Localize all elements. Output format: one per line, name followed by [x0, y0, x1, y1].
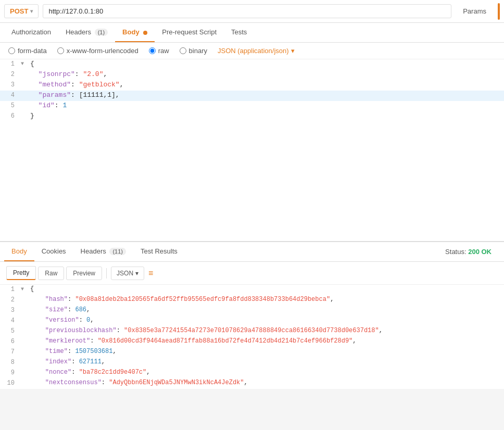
line-number: 9: [0, 369, 21, 376]
line-number: 3: [0, 81, 21, 88]
request-code-editor[interactable]: 1▼{2 "jsonrpc": "2.0",3 "method": "getbl…: [0, 59, 504, 242]
code-line: 2 "hash": "0x08a81deb2ba120565fa6df52ffb…: [0, 295, 504, 306]
code-line: 10 "nextconsensus": "AdyQbbn6ENjqWDa5JNY…: [0, 378, 504, 389]
pretty-button[interactable]: Pretty: [6, 266, 36, 280]
response-tab-body[interactable]: Body: [4, 242, 34, 261]
response-tab-testresults[interactable]: Test Results: [133, 242, 185, 261]
response-section: Body Cookies Headers (11) Test Results S…: [0, 242, 504, 389]
line-number: 5: [0, 327, 21, 335]
line-arrow: [21, 91, 29, 92]
line-arrow: [21, 112, 29, 113]
url-bar: POST ▾ Params: [0, 0, 504, 23]
headers-badge: (1): [95, 29, 108, 36]
response-tab-headers[interactable]: Headers (11): [73, 242, 133, 261]
form-data-radio[interactable]: [8, 47, 15, 54]
line-arrow: [21, 358, 29, 359]
line-arrow: ▼: [21, 60, 29, 67]
url-input[interactable]: [43, 4, 451, 18]
line-content: {: [29, 60, 504, 68]
line-content: {: [29, 285, 504, 293]
binary-radio[interactable]: [180, 47, 186, 54]
line-content: "version": 0,: [29, 317, 504, 324]
line-number: 5: [0, 102, 21, 109]
line-content: "method": "getblock",: [29, 81, 504, 88]
line-arrow: [21, 369, 29, 370]
line-arrow: [21, 337, 29, 338]
preview-button[interactable]: Preview: [66, 267, 102, 280]
body-dot-indicator: [143, 31, 147, 35]
code-line: 8 "index": 627111,: [0, 358, 504, 368]
response-code-editor[interactable]: 1▼{2 "hash": "0x08a81deb2ba120565fa6df52…: [0, 285, 504, 389]
code-line: 4 "params": [11111,1],: [0, 91, 504, 101]
method-label: POST: [10, 7, 28, 15]
json-type-chevron-icon: ▾: [291, 47, 295, 55]
line-arrow: [21, 317, 29, 318]
line-arrow: [21, 102, 29, 103]
line-content: "id": 1: [29, 102, 504, 109]
line-arrow: [21, 348, 29, 349]
line-number: 4: [0, 317, 21, 324]
tab-tests[interactable]: Tests: [224, 23, 254, 42]
wrap-icon[interactable]: ≡: [148, 269, 153, 278]
raw-radio[interactable]: [149, 47, 156, 54]
line-number: 2: [0, 70, 21, 78]
line-content: "nonce": "ba78c2c1dd9e407c",: [29, 369, 504, 376]
code-line: 3 "size": 686,: [0, 306, 504, 316]
response-status: Status: 200 OK: [437, 248, 500, 256]
line-content: "params": [11111,1],: [29, 91, 504, 99]
json-selector-button[interactable]: JSON ▾: [111, 267, 144, 280]
line-arrow: [21, 81, 29, 82]
request-tabs-row: Authorization Headers (1) Body Pre-reque…: [0, 23, 504, 43]
method-selector[interactable]: POST ▾: [4, 4, 39, 18]
line-number: 2: [0, 296, 21, 303]
body-options-row: form-data x-www-form-urlencoded raw bina…: [0, 43, 504, 59]
line-number: 7: [0, 348, 21, 356]
line-number: 10: [0, 379, 21, 387]
code-line: 9 "nonce": "ba78c2c1dd9e407c",: [0, 368, 504, 378]
code-line: 6 "merkleroot": "0x816d00cd3f9464aead871…: [0, 337, 504, 347]
json-type-selector[interactable]: JSON (application/json) ▾: [218, 47, 295, 55]
code-line: 5 "id": 1: [0, 101, 504, 111]
method-chevron-icon: ▾: [30, 8, 33, 14]
format-separator: [106, 268, 107, 279]
url-encoded-option[interactable]: x-www-form-urlencoded: [57, 47, 138, 55]
line-number: 6: [0, 112, 21, 120]
response-tabs-row: Body Cookies Headers (11) Test Results S…: [0, 242, 504, 262]
form-data-option[interactable]: form-data: [8, 47, 47, 55]
url-encoded-radio[interactable]: [57, 47, 64, 54]
line-arrow: [21, 296, 29, 297]
raw-option[interactable]: raw: [149, 47, 169, 55]
code-line: 1▼{: [0, 285, 504, 295]
response-tab-cookies[interactable]: Cookies: [34, 242, 73, 261]
code-line: 4 "version": 0,: [0, 316, 504, 326]
line-arrow: [21, 379, 29, 380]
line-arrow: [21, 327, 29, 328]
line-number: 6: [0, 337, 21, 345]
tab-prerequest[interactable]: Pre-request Script: [155, 23, 224, 42]
params-button[interactable]: Params: [456, 5, 494, 18]
line-content: "jsonrpc": "2.0",: [29, 70, 504, 78]
code-line: 2 "jsonrpc": "2.0",: [0, 70, 504, 80]
response-headers-badge: (11): [109, 248, 126, 255]
line-arrow: [21, 306, 29, 307]
line-content: "nextconsensus": "AdyQbbn6ENjqWDa5JNYMwN…: [29, 379, 504, 386]
raw-button[interactable]: Raw: [38, 267, 64, 280]
tab-body[interactable]: Body: [115, 23, 155, 42]
tab-headers[interactable]: Headers (1): [58, 23, 115, 42]
line-content: "time": 1507503681,: [29, 348, 504, 355]
code-line: 5 "previousblockhash": "0x8385e3a7724155…: [0, 326, 504, 337]
binary-option[interactable]: binary: [180, 47, 207, 55]
code-line: 3 "method": "getblock",: [0, 80, 504, 91]
code-line: 6 }: [0, 111, 504, 122]
line-number: 4: [0, 91, 21, 99]
tab-authorization[interactable]: Authorization: [4, 23, 58, 42]
line-content: "hash": "0x08a81deb2ba120565fa6df52ffb95…: [29, 296, 504, 303]
line-number: 1: [0, 60, 21, 68]
code-line: 1▼{: [0, 59, 504, 70]
status-code: 200 OK: [468, 248, 492, 256]
line-content: "index": 627111,: [29, 358, 504, 365]
line-number: 3: [0, 306, 21, 314]
line-content: "merkleroot": "0x816d00cd3f9464aead871ff…: [29, 337, 504, 345]
line-number: 8: [0, 358, 21, 366]
response-format-row: Pretty Raw Preview JSON ▾ ≡: [0, 262, 504, 285]
